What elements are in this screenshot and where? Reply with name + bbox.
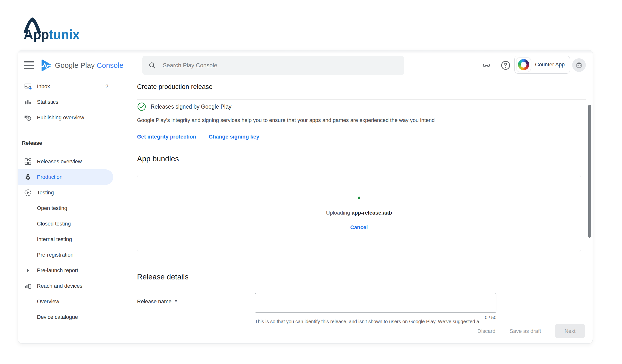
help-icon[interactable]: [501, 60, 511, 71]
signing-status: Releases signed by Google Play: [151, 103, 231, 110]
play-console-window: Google Play Console Counter App: [18, 50, 593, 344]
sidebar-item-pre-launch-report[interactable]: Pre-launch report: [18, 263, 120, 278]
sidebar-item-closed-testing[interactable]: Closed testing: [18, 216, 120, 231]
no-icon: [24, 313, 32, 321]
apptunix-logo: Apptunix: [23, 16, 101, 48]
sidebar-item-label: Internal testing: [37, 236, 72, 243]
id-badge-icon: [576, 62, 583, 69]
search-input[interactable]: [163, 62, 398, 69]
next-button[interactable]: Next: [555, 324, 585, 338]
sidebar-item-label: Statistics: [37, 99, 58, 105]
apptunix-wordmark: Apptunix: [23, 27, 79, 42]
required-asterisk: *: [175, 298, 177, 305]
sidebar-item-label: Publishing overview: [37, 115, 84, 121]
search-bar[interactable]: [142, 56, 404, 75]
inbox-count-badge: 2: [105, 83, 120, 90]
search-icon: [148, 61, 156, 69]
bar-chart-icon: [24, 98, 32, 106]
release-name-label: Release name*: [137, 298, 177, 305]
sidebar-item-label: Open testing: [37, 205, 67, 211]
change-signing-key-link[interactable]: Change signing key: [209, 134, 259, 140]
sidebar-item-label: Production: [37, 174, 62, 180]
no-icon: [24, 297, 32, 306]
sidebar-item-label: Pre-registration: [37, 252, 73, 258]
signed-check-icon: [137, 102, 146, 111]
vertical-scrollbar[interactable]: [588, 105, 591, 238]
reach-devices-icon: [24, 282, 32, 290]
sidebar-item-production[interactable]: Production: [18, 169, 113, 185]
account-badge-button[interactable]: [572, 58, 586, 72]
window-top-strip: [18, 50, 593, 54]
title-divider: [137, 99, 586, 100]
sidebar-item-inbox[interactable]: Inbox2: [18, 79, 120, 94]
save-as-draft-button[interactable]: Save as draft: [509, 328, 541, 334]
publishing-clock-icon: [24, 114, 32, 122]
page: Apptunix Google Play Console: [0, 0, 622, 364]
upload-spinner-icon: [358, 197, 360, 199]
sidebar-item-testing[interactable]: Testing: [18, 185, 120, 200]
app-switcher[interactable]: Counter App: [514, 56, 570, 74]
sidebar-item-label: Overview: [37, 298, 59, 305]
no-icon: [24, 251, 32, 259]
upload-status-text: Uploading app-release.aab: [326, 210, 392, 216]
sidebar-item-statistics[interactable]: Statistics: [18, 94, 120, 110]
cancel-upload-link[interactable]: Cancel: [350, 224, 368, 230]
sidebar-item-label: Inbox: [37, 83, 50, 90]
sidebar-item-reach-and-devices[interactable]: Reach and devices: [18, 278, 120, 294]
sidebar-item-label: Pre-launch report: [37, 267, 78, 274]
app-switcher-label: Counter App: [535, 61, 565, 68]
app-bundles-heading: App bundles: [137, 154, 179, 163]
signing-description: Google Play’s integrity and signing serv…: [137, 117, 435, 123]
sidebar-item-label: Device catalogue: [37, 314, 78, 320]
sidebar-item-label: Testing: [37, 190, 54, 196]
no-icon: [24, 235, 32, 244]
sidebar-item-label: Closed testing: [37, 221, 71, 227]
discard-button[interactable]: Discard: [477, 328, 496, 334]
page-title: Create production release: [137, 83, 213, 91]
release-name-helper-clip: This is so that you can identify this re…: [255, 319, 534, 325]
google-play-logo-icon: [39, 58, 53, 73]
sidebar-item-open-testing[interactable]: Open testing: [18, 200, 120, 216]
sidebar-item-device-catalogue[interactable]: Device catalogue: [18, 309, 120, 325]
testing-play-icon: [24, 189, 32, 197]
app-bundle-upload-box: Uploading app-release.aab Cancel: [137, 175, 581, 252]
sidebar-section-release: Release: [18, 131, 120, 154]
rocket-icon: [24, 173, 32, 181]
no-icon: [24, 204, 32, 212]
sidebar-item-overview[interactable]: Overview: [18, 294, 120, 309]
get-integrity-protection-link[interactable]: Get integrity protection: [137, 134, 196, 140]
sidebar-item-releases-overview[interactable]: Releases overview: [18, 154, 120, 169]
expand-arrow-icon: [24, 266, 32, 275]
release-name-helper: This is so that you can identify this re…: [255, 319, 534, 325]
sidebar-item-publishing-overview[interactable]: Publishing overview: [18, 110, 120, 125]
sidebar-item-label: Reach and devices: [37, 283, 82, 289]
sidebar-item-internal-testing[interactable]: Internal testing: [18, 231, 120, 247]
inbox-icon: [24, 82, 32, 91]
upload-filename: app-release.aab: [351, 210, 392, 216]
sidebar-item-pre-registration[interactable]: Pre-registration: [18, 247, 120, 263]
menu-hamburger-icon[interactable]: [24, 61, 34, 69]
counter-app-logo-icon: [517, 57, 531, 72]
sidebar-item-label: Releases overview: [37, 158, 82, 165]
sidebar: Inbox2StatisticsPublishing overview Rele…: [18, 79, 120, 325]
release-details-heading: Release details: [137, 273, 189, 281]
releases-grid-icon: [24, 157, 32, 166]
release-name-input[interactable]: [255, 293, 496, 313]
product-name: Google Play Console: [55, 61, 123, 70]
link-icon[interactable]: [481, 61, 492, 71]
no-icon: [24, 220, 32, 228]
